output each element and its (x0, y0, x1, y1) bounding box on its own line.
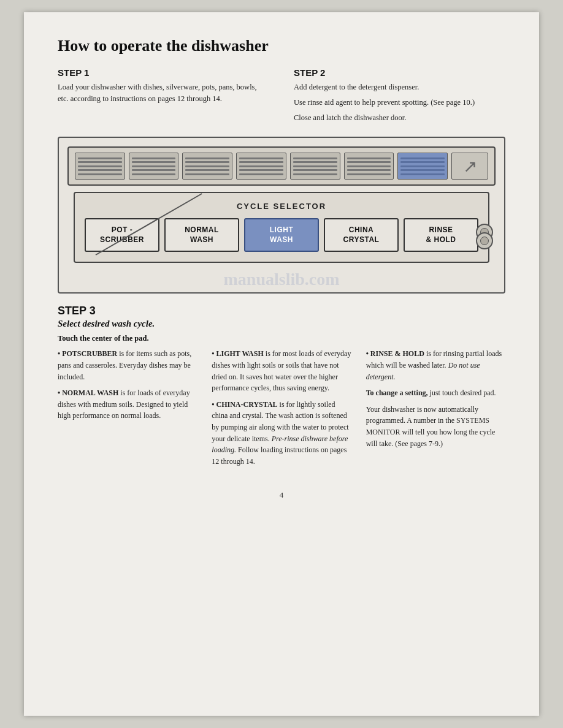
step2-text3: Close and latch the dishwasher door. (294, 112, 505, 124)
cycle-btn-china-crystal[interactable]: CHINACRYSTAL (324, 218, 399, 252)
step3-col3-p1: • RINSE & HOLD is for rinsing partial lo… (366, 348, 505, 382)
step3-col1-p1: • POTSCRUBBER is for items such as pots,… (58, 348, 197, 382)
step2-text2: Use rinse aid agent to help prevent spot… (294, 97, 505, 108)
dw-vent-4 (236, 153, 286, 180)
dw-bottom-space (67, 263, 496, 281)
dw-vent-3 (182, 153, 232, 180)
dw-control-panel: CYCLE SELECTOR POT -SCRUBBER NORMALWASH … (74, 192, 489, 263)
step3-col2-p1: • LIGHT WASH is for most loads of everyd… (212, 348, 351, 393)
step3-col3-p2: To change a setting, just touch desired … (366, 387, 505, 399)
dw-vent-2 (129, 153, 179, 180)
page: manualslib.com How to operate the dishwa… (24, 12, 539, 716)
step2-text1: Add detergent to the detergent dispenser… (294, 82, 505, 93)
step3-col2: • LIGHT WASH is for most loads of everyd… (212, 348, 351, 472)
step1-heading: STEP 1 (58, 67, 269, 78)
step3-col3-p3: Your dishwasher is now automatically pro… (366, 404, 505, 449)
page-number: 4 (58, 490, 505, 500)
cycle-btn-normal-wash[interactable]: NORMALWASH (164, 218, 239, 252)
step3-col1: • POTSCRUBBER is for items such as pots,… (58, 348, 197, 472)
page-title: How to operate the dishwasher (58, 37, 505, 55)
dw-dial-bottom (476, 232, 493, 249)
step3-col3: • RINSE & HOLD is for rinsing partial lo… (366, 348, 505, 472)
step2-col: STEP 2 Add detergent to the detergent di… (294, 67, 505, 123)
step3-touch: Touch the center of the pad. (58, 334, 505, 343)
cycle-selector-label: CYCLE SELECTOR (85, 202, 478, 211)
dw-top-panel: ↗ (67, 146, 496, 186)
cycle-buttons: POT -SCRUBBER NORMALWASH LIGHTWASH CHINA… (85, 218, 478, 252)
step3-cols: • POTSCRUBBER is for items such as pots,… (58, 348, 505, 472)
step3-section: STEP 3 Select desired wash cycle. Touch … (58, 305, 505, 472)
dw-vent-5 (290, 153, 340, 180)
step1-col: STEP 1 Load your dishwasher with dishes,… (58, 67, 269, 123)
dishwasher-illustration: ↗ CYCLE SELECTOR POT -SCRUBBER NORMALWAS… (58, 137, 505, 294)
dw-dial-bottom-inner (480, 237, 489, 245)
step3-col1-p2: • NORMAL WASH is for loads of everyday d… (58, 387, 197, 422)
dw-handle: ↗ (451, 153, 488, 180)
step1-text: Load your dishwasher with dishes, silver… (58, 82, 269, 105)
step2-heading: STEP 2 (294, 67, 505, 78)
dw-vent-1 (75, 153, 125, 180)
dw-vent-7-highlighted (397, 153, 448, 180)
dw-vent-6 (344, 153, 394, 180)
step3-col2-p2: • CHINA-CRYSTAL is for lightly soiled ch… (212, 399, 351, 468)
cycle-btn-light-wash[interactable]: LIGHTWASH (244, 218, 319, 252)
step3-subheading: Select desired wash cycle. (58, 319, 505, 329)
steps-row: STEP 1 Load your dishwasher with dishes,… (58, 67, 505, 123)
cycle-btn-rinse-hold[interactable]: RINSE& HOLD (404, 218, 478, 252)
step3-heading: STEP 3 (58, 305, 505, 317)
